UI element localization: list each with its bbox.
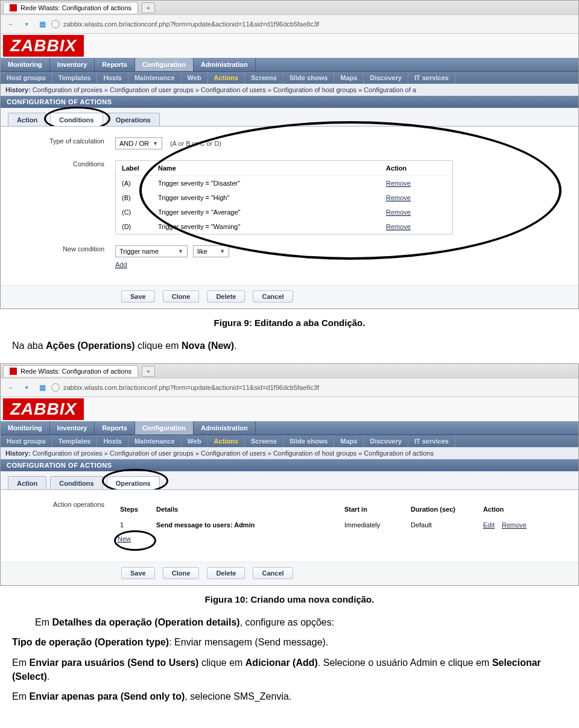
new-condition-field-value: Trigger name xyxy=(119,248,159,255)
new-condition-op-select[interactable]: like ▼ xyxy=(193,245,229,257)
text-span: Em xyxy=(35,617,52,627)
form-tabs: Action Conditions Operations xyxy=(1,471,578,489)
browser-tab[interactable]: Rede Wlasts: Configuration of actions xyxy=(3,365,138,377)
subnav-itservices[interactable]: IT services xyxy=(408,72,455,84)
nav-inventory[interactable]: Inventory xyxy=(50,421,95,435)
nav-inventory[interactable]: Inventory xyxy=(50,58,95,71)
subnav-screens[interactable]: Screens xyxy=(245,435,283,447)
nav-administration[interactable]: Administration xyxy=(194,421,256,435)
subnav-maps[interactable]: Maps xyxy=(334,72,364,84)
remove-link[interactable]: Remove xyxy=(386,223,411,231)
zabbix-header: ZABBIX xyxy=(1,397,578,421)
history-trail: Configuration of proxies » Configuration… xyxy=(33,86,417,93)
cancel-button[interactable]: Cancel xyxy=(253,290,293,303)
app-menu-icon[interactable]: ▦ xyxy=(36,381,49,394)
subnav-slideshows[interactable]: Slide shows xyxy=(283,72,335,84)
col-details: Details xyxy=(154,504,342,514)
op-duration: Default xyxy=(408,520,481,530)
subnav-screens[interactable]: Screens xyxy=(245,72,283,84)
subnav-maps[interactable]: Maps xyxy=(334,435,364,447)
globe-icon xyxy=(51,383,60,392)
nav-reports[interactable]: Reports xyxy=(95,58,135,71)
text-bold: Nova (New) xyxy=(182,340,234,351)
op-start: Immediately xyxy=(342,520,408,530)
app-menu-icon[interactable]: ▦ xyxy=(36,17,49,31)
text-bold: Adicionar (Add) xyxy=(245,657,318,668)
back-button[interactable]: ← xyxy=(4,17,17,31)
chevron-down-icon: ▼ xyxy=(153,140,158,146)
nav-monitoring[interactable]: Monitoring xyxy=(1,421,50,435)
subnav-slideshows[interactable]: Slide shows xyxy=(283,435,335,447)
nav-monitoring[interactable]: Monitoring xyxy=(1,58,50,71)
nav-configuration[interactable]: Configuration xyxy=(135,58,194,71)
tab-conditions[interactable]: Conditions xyxy=(50,113,103,126)
text-span: clique em xyxy=(198,657,245,668)
browser-tab[interactable]: Rede Wlasts: Configuration of actions xyxy=(3,2,138,13)
operations-panel: Action Conditions Operations Action oper… xyxy=(1,471,578,585)
text-bold: Enviar apenas para (Send only to) xyxy=(29,691,185,701)
url-bar[interactable]: zabbix.wlasts.com.br/actionconf.php?form… xyxy=(51,20,575,28)
nav-reports[interactable]: Reports xyxy=(95,421,135,435)
remove-link[interactable]: Remove xyxy=(502,521,527,529)
subnav-maintenance[interactable]: Maintenance xyxy=(128,72,182,84)
subnav-maintenance[interactable]: Maintenance xyxy=(128,435,182,447)
new-condition-field-select[interactable]: Trigger name ▼ xyxy=(115,245,188,257)
tab-action[interactable]: Action xyxy=(8,476,46,489)
dropdown-history-icon[interactable]: ▾ xyxy=(20,381,33,394)
tab-operations[interactable]: Operations xyxy=(107,476,160,489)
new-link[interactable]: New xyxy=(118,535,131,543)
back-button[interactable]: ← xyxy=(4,381,17,394)
delete-button[interactable]: Delete xyxy=(207,290,245,303)
clone-button[interactable]: Clone xyxy=(163,290,200,303)
dropdown-history-icon[interactable]: ▾ xyxy=(20,17,33,31)
zabbix-logo: ZABBIX xyxy=(3,35,84,57)
form-buttons: Save Clone Delete Cancel xyxy=(1,562,578,585)
cond-label: (C) xyxy=(122,209,158,216)
subnav-itservices[interactable]: IT services xyxy=(408,435,455,447)
subnav-web[interactable]: Web xyxy=(182,435,208,447)
remove-link[interactable]: Remove xyxy=(386,194,411,202)
tab-operations[interactable]: Operations xyxy=(107,113,160,126)
tab-conditions[interactable]: Conditions xyxy=(50,476,103,489)
subnav-templates[interactable]: Templates xyxy=(52,72,98,84)
col-duration: Duration (sec) xyxy=(408,504,481,514)
new-tab-button[interactable]: + xyxy=(142,2,155,13)
section-title: CONFIGURATION OF ACTIONS xyxy=(1,459,578,471)
subnav-discovery[interactable]: Discovery xyxy=(364,72,408,84)
calc-type-select[interactable]: AND / OR ▼ xyxy=(115,137,162,149)
clone-button[interactable]: Clone xyxy=(163,567,200,579)
browser-toolbar: ← ▾ ▦ zabbix.wlasts.com.br/actionconf.ph… xyxy=(1,378,578,397)
subnav-hosts[interactable]: Hosts xyxy=(97,72,128,84)
url-bar[interactable]: zabbix.wlasts.com.br/actionconf.php?form… xyxy=(51,383,575,392)
remove-link[interactable]: Remove xyxy=(386,180,411,187)
subnav-hostgroups[interactable]: Host groups xyxy=(1,72,52,84)
subnav-hostgroups[interactable]: Host groups xyxy=(1,435,52,447)
op-steps: 1 xyxy=(118,520,154,530)
subnav-hosts[interactable]: Hosts xyxy=(97,435,128,447)
save-button[interactable]: Save xyxy=(121,567,155,579)
zabbix-favicon-icon xyxy=(10,368,17,375)
subnav-actions[interactable]: Actions xyxy=(208,72,245,84)
subnav-discovery[interactable]: Discovery xyxy=(364,435,408,447)
nav-administration[interactable]: Administration xyxy=(194,58,256,71)
main-nav: Monitoring Inventory Reports Configurati… xyxy=(1,58,578,71)
calc-type-value: AND / OR xyxy=(119,140,149,147)
tab-action[interactable]: Action xyxy=(8,113,46,126)
cond-label: (D) xyxy=(122,223,158,230)
save-button[interactable]: Save xyxy=(121,290,155,303)
delete-button[interactable]: Delete xyxy=(207,567,245,579)
operations-label: Action operations xyxy=(13,501,115,508)
cancel-button[interactable]: Cancel xyxy=(253,567,293,579)
subnav-templates[interactable]: Templates xyxy=(52,435,98,447)
op-details: Send message to users: Admin xyxy=(156,521,255,529)
remove-link[interactable]: Remove xyxy=(386,209,411,216)
col-steps: Steps xyxy=(118,504,154,514)
zabbix-header: ZABBIX xyxy=(1,34,578,58)
paragraph-fig9: Na aba Ações (Operations) clique em Nova… xyxy=(12,339,567,353)
edit-link[interactable]: Edit xyxy=(483,521,495,529)
add-link[interactable]: Add xyxy=(115,261,127,269)
new-tab-button[interactable]: + xyxy=(142,366,155,377)
nav-configuration[interactable]: Configuration xyxy=(135,421,194,435)
subnav-actions[interactable]: Actions xyxy=(208,435,245,447)
subnav-web[interactable]: Web xyxy=(182,72,208,84)
